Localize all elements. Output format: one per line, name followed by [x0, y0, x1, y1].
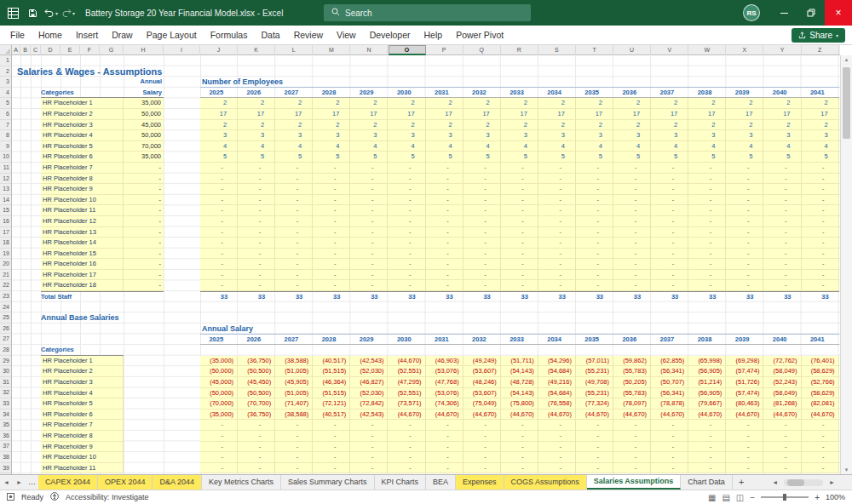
column-header-M[interactable]: M: [313, 45, 350, 55]
annual-salary-input-cell[interactable]: 35,000: [124, 152, 164, 163]
employee-count-cell[interactable]: -: [313, 174, 350, 185]
employee-count-cell[interactable]: -: [313, 249, 350, 260]
employee-count-cell[interactable]: 4: [651, 141, 688, 152]
employee-count-cell[interactable]: -: [313, 216, 350, 227]
employee-count-cell[interactable]: -: [538, 216, 576, 227]
annual-salary-cell[interactable]: (77,324): [576, 398, 613, 410]
employee-count-cell[interactable]: 3: [802, 130, 839, 141]
employee-count-cell[interactable]: -: [726, 227, 763, 238]
employee-count-cell[interactable]: -: [388, 205, 425, 216]
employee-count-cell[interactable]: -: [651, 249, 688, 260]
annual-salary-cell[interactable]: -: [501, 463, 538, 474]
employee-count-cell[interactable]: -: [763, 238, 801, 249]
category-cell[interactable]: HR Placeholder 9: [41, 442, 124, 453]
annual-salary-cell[interactable]: -: [726, 420, 763, 431]
minimize-button[interactable]: [770, 0, 797, 26]
employee-count-cell[interactable]: 2: [313, 98, 350, 109]
employee-count-cell[interactable]: -: [688, 174, 726, 185]
annual-salary-cell[interactable]: -: [200, 452, 238, 463]
column-header-V[interactable]: V: [651, 45, 688, 55]
employee-count-cell[interactable]: -: [726, 163, 763, 174]
employee-count-cell[interactable]: -: [200, 280, 238, 291]
annual-salary-cell[interactable]: (82,081): [802, 398, 839, 410]
employee-count-cell[interactable]: -: [802, 205, 839, 216]
annual-salary-cell[interactable]: (55,783): [613, 388, 651, 399]
employee-count-cell[interactable]: -: [576, 249, 613, 260]
annual-salary-cell[interactable]: (51,726): [726, 377, 763, 388]
employee-count-cell[interactable]: -: [350, 249, 388, 260]
row-header-4[interactable]: 4: [0, 88, 11, 99]
annual-salary-cell[interactable]: (42,543): [350, 356, 388, 367]
annual-salary-cell[interactable]: (65,998): [688, 356, 726, 367]
category-cell[interactable]: HR Placeholder 6: [41, 152, 124, 163]
employee-count-cell[interactable]: 5: [238, 152, 275, 163]
employee-count-cell[interactable]: -: [802, 238, 839, 249]
employee-count-cell[interactable]: -: [200, 174, 238, 185]
annual-salary-cell[interactable]: -: [388, 452, 425, 463]
row-header-11[interactable]: 11: [0, 163, 11, 174]
employee-count-cell[interactable]: 17: [538, 109, 576, 120]
employee-count-cell[interactable]: -: [613, 163, 651, 174]
employee-count-cell[interactable]: -: [576, 259, 613, 270]
zoom-level[interactable]: 100%: [826, 493, 845, 501]
employee-count-cell[interactable]: -: [200, 184, 238, 195]
annual-salary-cell[interactable]: -: [688, 463, 726, 474]
category-cell[interactable]: HR Placeholder 1: [41, 98, 124, 109]
annual-salary-cell[interactable]: (55,783): [613, 366, 651, 377]
employee-count-cell[interactable]: -: [388, 238, 425, 249]
employee-count-cell[interactable]: -: [350, 270, 388, 281]
row-header-8[interactable]: 8: [0, 130, 11, 141]
employee-count-cell[interactable]: -: [426, 259, 463, 270]
employee-count-cell[interactable]: 2: [802, 120, 839, 131]
employee-count-cell[interactable]: 2: [576, 120, 613, 131]
employee-count-cell[interactable]: -: [802, 184, 839, 195]
employee-count-cell[interactable]: 2: [313, 120, 350, 131]
annual-salary-cell[interactable]: -: [426, 420, 463, 431]
row-header-34[interactable]: 34: [0, 410, 11, 421]
sheet-tab-sales-summary-charts[interactable]: Sales Summary Charts: [281, 475, 375, 490]
employee-count-cell[interactable]: 17: [388, 109, 425, 120]
annual-salary-cell[interactable]: -: [538, 442, 576, 453]
annual-salary-cell[interactable]: (55,231): [576, 366, 613, 377]
annual-salary-cell[interactable]: -: [313, 420, 350, 431]
row-header-37[interactable]: 37: [0, 441, 11, 452]
annual-salary-input-cell[interactable]: -: [124, 259, 164, 270]
employee-count-cell[interactable]: -: [613, 249, 651, 260]
employee-count-cell[interactable]: 2: [350, 120, 388, 131]
employee-count-cell[interactable]: -: [501, 238, 538, 249]
employee-count-cell[interactable]: -: [576, 174, 613, 185]
row-header-31[interactable]: 31: [0, 377, 11, 388]
employee-count-cell[interactable]: -: [538, 238, 576, 249]
annual-salary-cell[interactable]: (70,000): [200, 398, 238, 410]
row-header-3[interactable]: 3: [0, 77, 11, 88]
employee-count-cell[interactable]: 4: [688, 141, 726, 152]
annual-salary-cell[interactable]: -: [426, 442, 463, 453]
annual-salary-cell[interactable]: (44,670): [388, 410, 425, 421]
annual-salary-cell[interactable]: (53,076): [426, 388, 463, 399]
employee-count-cell[interactable]: -: [426, 163, 463, 174]
annual-salary-cell[interactable]: (44,670): [463, 410, 501, 421]
excel-app-icon[interactable]: [5, 5, 20, 20]
employee-count-cell[interactable]: -: [501, 195, 538, 206]
employee-count-cell[interactable]: 5: [688, 152, 726, 163]
employee-count-cell[interactable]: 3: [200, 130, 238, 141]
employee-count-cell[interactable]: 5: [726, 152, 763, 163]
ribbon-tab-file[interactable]: File: [3, 26, 32, 44]
employee-count-cell[interactable]: 3: [651, 130, 688, 141]
employee-count-cell[interactable]: 4: [426, 141, 463, 152]
ribbon-tab-view[interactable]: View: [330, 26, 363, 44]
employee-count-cell[interactable]: -: [688, 227, 726, 238]
employee-count-cell[interactable]: -: [238, 205, 275, 216]
row-header-24[interactable]: 24: [0, 302, 11, 313]
column-header-Q[interactable]: Q: [463, 45, 501, 55]
employee-count-cell[interactable]: -: [688, 270, 726, 281]
employee-count-cell[interactable]: 4: [501, 141, 538, 152]
employee-count-cell[interactable]: -: [688, 205, 726, 216]
hscroll-thumb[interactable]: [787, 479, 804, 486]
ribbon-tab-page-layout[interactable]: Page Layout: [140, 26, 204, 44]
employee-count-cell[interactable]: 2: [501, 120, 538, 131]
annual-salary-cell[interactable]: (49,249): [463, 356, 501, 367]
employee-count-cell[interactable]: -: [501, 280, 538, 291]
annual-salary-cell[interactable]: -: [651, 420, 688, 431]
annual-salary-cell[interactable]: (48,728): [501, 377, 538, 388]
